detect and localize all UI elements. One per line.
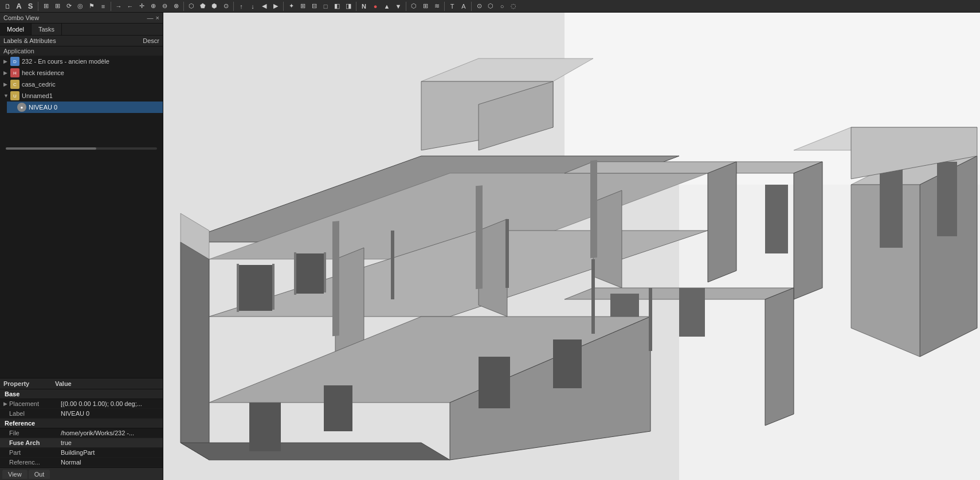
toolbar-icon-arrow-right[interactable]: → <box>113 1 124 11</box>
scroll-area <box>0 147 163 150</box>
scroll-indicator <box>6 147 157 150</box>
prop-row-label[interactable]: Label NIVEAU 0 <box>0 409 163 419</box>
prop-value-fuse-arch: true <box>61 439 159 446</box>
toolbar-icon-s[interactable]: S <box>25 1 36 11</box>
toolbar-icon-up-arrow[interactable]: ↑ <box>236 1 246 11</box>
toolbar-icon-circle-dot[interactable]: ⊙ <box>221 1 231 11</box>
toolbar-icon-down-arrow[interactable]: ↓ <box>248 1 258 11</box>
tree-item-unnamed[interactable]: ▼ U Unnamed1 <box>0 90 163 102</box>
toolbar-icon-move-right[interactable]: ▶ <box>271 1 281 11</box>
toolbar: 🗋 A S ⊞ ⊞ ⟳ ◎ ⚑ ≡ → ← ✛ ⊕ ⊖ ⊗ ⬡ ⬟ ⬢ ⊙ ↑ … <box>0 0 980 13</box>
toolbar-icon-misc5[interactable]: A <box>458 1 469 11</box>
tree-item-niveau0[interactable]: ● NIVEAU 0 <box>7 102 163 113</box>
tree-icon-niveau0: ● <box>17 103 26 112</box>
toolbar-sep-6 <box>356 2 356 11</box>
combo-float-button[interactable]: — <box>147 14 154 21</box>
toolbar-icon-circle-x[interactable]: ⊗ <box>171 1 181 11</box>
svg-rect-25 <box>679 288 705 337</box>
svg-rect-21 <box>937 162 957 236</box>
toolbar-icon-misc9[interactable]: ◌ <box>508 1 519 11</box>
svg-rect-33 <box>272 264 275 310</box>
tree-icon-heck: H <box>10 68 19 77</box>
combo-header-controls: — × <box>147 14 159 21</box>
toolbar-icon-star[interactable]: ✦ <box>286 1 296 11</box>
bottom-tab-out[interactable]: Out <box>29 470 50 479</box>
tree-arrow-unnamed: ▼ <box>3 93 10 99</box>
svg-rect-28 <box>249 403 281 451</box>
toolbar-icon-circle-plus[interactable]: ⊕ <box>148 1 158 11</box>
toolbar-icon-n[interactable]: N <box>359 1 369 11</box>
toolbar-icon-lines[interactable]: ≡ <box>98 1 108 11</box>
toolbar-icon-arrow-left[interactable]: ← <box>125 1 135 11</box>
svg-rect-19 <box>765 185 788 253</box>
prop-value-part: BuildingPart <box>61 449 159 456</box>
toolbar-icon-flag[interactable]: ⚑ <box>87 1 97 11</box>
toolbar-icon-new[interactable]: 🗋 <box>2 1 13 11</box>
tree-icon-unnamed: U <box>10 91 19 100</box>
toolbar-icon-misc2[interactable]: ⊞ <box>420 1 430 11</box>
tree-label-casa: casa_cedric <box>22 81 56 88</box>
tab-tasks[interactable]: Tasks <box>32 24 62 35</box>
prop-value-label: NIVEAU 0 <box>61 410 159 417</box>
toolbar-icon-misc6[interactable]: ⊙ <box>474 1 484 11</box>
toolbar-icon-grid2[interactable]: ⊞ <box>52 1 62 11</box>
viewport[interactable] <box>163 13 980 480</box>
toolbar-icon-square1[interactable]: ⊞ <box>297 1 308 11</box>
toolbar-icon-grid1[interactable]: ⊞ <box>41 1 51 11</box>
toolbar-icon-up-tri[interactable]: ▲ <box>382 1 392 11</box>
toolbar-icon-plus[interactable]: ✛ <box>136 1 147 11</box>
prop-row-part[interactable]: Part BuildingPart <box>0 448 163 458</box>
scroll-thumb[interactable] <box>6 147 96 150</box>
properties-section: Property Value Base ▶ Placement [(0.00 0… <box>0 378 163 467</box>
toolbar-icon-misc7[interactable]: ⬡ <box>485 1 496 11</box>
toolbar-icon-target[interactable]: ◎ <box>75 1 85 11</box>
svg-marker-9 <box>479 219 507 317</box>
prop-row-placement[interactable]: ▶ Placement [(0.00 0.00 1.00); 0.00 deg;… <box>0 399 163 409</box>
toolbar-icon-circle-minus[interactable]: ⊖ <box>159 1 170 11</box>
tree-item-casa[interactable]: ▶ C casa_cedric <box>0 79 163 90</box>
toolbar-icon-misc4[interactable]: T <box>447 1 457 11</box>
toolbar-icon-square3[interactable]: □ <box>320 1 331 11</box>
svg-rect-34 <box>294 252 296 295</box>
svg-rect-32 <box>237 264 239 312</box>
bottom-tab-view[interactable]: View <box>2 470 28 479</box>
tree-icon-casa: C <box>10 80 19 89</box>
prop-row-referenc[interactable]: Referenc... Normal <box>0 458 163 467</box>
tree-arrow-niveau0 <box>10 104 17 110</box>
combo-view-title: Combo View <box>3 14 39 21</box>
labels-descr-label: Descr <box>143 37 159 44</box>
svg-rect-31 <box>553 339 582 388</box>
toolbar-icon-hex3[interactable]: ⬢ <box>209 1 219 11</box>
combo-close-button[interactable]: × <box>156 14 159 21</box>
app-section: Application ▶ D 232 - En cours - ancien … <box>0 46 163 378</box>
prop-row-fuse-arch[interactable]: Fuse Arch true <box>0 438 163 448</box>
toolbar-icon-misc8[interactable]: ○ <box>497 1 507 11</box>
prop-row-file[interactable]: File /home/yorik/Works/232 -... <box>0 428 163 438</box>
toolbar-icon-down-tri[interactable]: ▼ <box>393 1 403 11</box>
tree-arrow-232: ▶ <box>3 58 10 64</box>
toolbar-icon-hex2[interactable]: ⬟ <box>198 1 208 11</box>
toolbar-icon-a[interactable]: A <box>14 1 24 11</box>
toolbar-icon-move-left[interactable]: ◀ <box>259 1 269 11</box>
toolbar-icon-split-right[interactable]: ◨ <box>343 1 354 11</box>
toolbar-icon-split-left[interactable]: ◧ <box>332 1 342 11</box>
prop-name-file: File <box>9 430 61 436</box>
col-header-property: Property <box>3 380 55 387</box>
properties-header: Property Value <box>0 378 163 389</box>
prop-name-placement: Placement <box>9 400 61 407</box>
toolbar-icon-misc1[interactable]: ⬡ <box>409 1 419 11</box>
toolbar-icon-hex1[interactable]: ⬡ <box>186 1 197 11</box>
toolbar-icon-rotate[interactable]: ⟳ <box>64 1 74 11</box>
prop-arrow-placement: ▶ <box>3 401 9 407</box>
svg-rect-30 <box>479 357 510 408</box>
toolbar-icon-red-dot[interactable]: ● <box>370 1 381 11</box>
prop-arrow-fuse-arch <box>3 440 9 446</box>
prop-name-label: Label <box>9 410 61 417</box>
tree-item-heck[interactable]: ▶ H heck residence <box>0 67 163 79</box>
svg-rect-20 <box>880 167 903 248</box>
toolbar-icon-misc3[interactable]: ≋ <box>432 1 442 11</box>
tab-model[interactable]: Model <box>0 24 32 35</box>
tree-item-232[interactable]: ▶ D 232 - En cours - ancien modèle <box>0 56 163 67</box>
toolbar-icon-square2[interactable]: ⊟ <box>309 1 319 11</box>
toolbar-sep-5 <box>283 2 284 11</box>
